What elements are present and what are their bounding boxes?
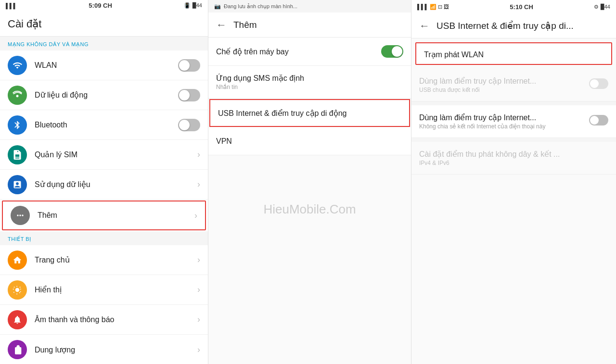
home-chevron: › [197,255,200,265]
wlan-header: Trạm phát WLAN [416,43,611,64]
camera-icon: 📷 [214,3,221,10]
bluetooth-icon [8,115,27,135]
middle-panel-title: Thêm [233,20,257,30]
usb-label: USB Internet & điểm truy cập di động [218,109,401,118]
right-battery-area: ⚙ ▉44 [594,4,610,10]
usb-internet-title: Dùng làm điểm truy cập Internet... [419,76,589,86]
right-time: 5:10 CH [510,3,533,11]
wlan-label: WLAN [35,61,178,70]
left-right-icons: 📳 ▉44 [184,2,202,9]
data-usage-chevron: › [197,179,200,189]
sms-sub: Nhắn tin [216,84,403,90]
menu-item-wlan[interactable]: WLAN [0,50,208,80]
right-cam-icon: 🖼 [444,4,449,10]
sim-icon [8,145,27,164]
right-extra-icon: ⊡ [438,4,442,10]
hotspot-sub: Không chia sẻ kết nối Internet của điện … [419,123,589,130]
vibrate-icon: 📳 [184,2,191,9]
divider-1 [411,101,616,105]
middle-item-sms[interactable]: Ứng dụng SMS mặc định Nhắn tin [208,66,411,99]
left-signal-icons: ▌▌▌ [6,3,17,9]
right-item-wifi-settings[interactable]: Cài đặt điểm thu phát không dây & kết ..… [411,142,616,175]
left-panel: ▌▌▌ 5:09 CH 📳 ▉44 Cài đặt MẠNG KHÔNG DÂY… [0,0,208,364]
menu-item-home[interactable]: Trang chủ › [0,245,208,275]
mobile-data-toggle[interactable] [178,89,200,101]
home-icon [8,251,27,270]
menu-item-more[interactable]: Thêm › [2,201,206,230]
middle-item-airplane[interactable]: Chế độ trên máy bay [208,38,411,66]
right-wlan-section: Trạm phát WLAN [415,42,612,65]
mobile-data-icon [8,86,27,105]
menu-item-mobile-data[interactable]: Dữ liệu di động [0,80,208,110]
menu-item-storage[interactable]: Dung lượng › [0,335,208,364]
wifi-settings-sub: IPv4 & IPv6 [419,160,608,166]
left-status-bar: ▌▌▌ 5:09 CH 📳 ▉44 [0,0,208,11]
sound-chevron: › [197,314,200,325]
right-signal-icons: ▌▌▌ 📶 ⊡ 🖼 [417,4,449,10]
data-usage-label: Sử dụng dữ liệu [35,180,197,189]
divider-2 [411,138,616,142]
right-item-usb-internet[interactable]: Dùng làm điểm truy cập Internet... USB c… [411,69,616,101]
bluetooth-label: Bluetooth [35,121,178,129]
right-item-hotspot[interactable]: Dùng làm điểm truy cập Internet... Không… [411,105,616,138]
sim-label: Quản lý SIM [35,150,197,159]
menu-item-sound[interactable]: Âm thanh và thông báo › [0,305,208,335]
vpn-label: VPN [216,137,403,146]
middle-panel: 📷 Đang lưu ảnh chụp màn hình... ← Thêm C… [208,0,411,364]
sim-chevron: › [197,150,200,160]
more-chevron: › [194,211,197,221]
home-label: Trang chủ [35,255,197,264]
notif-text: Đang lưu ảnh chụp màn hình... [224,3,297,10]
left-panel-title: Cài đặt [0,11,208,37]
airplane-label: Chế độ trên máy bay [216,47,381,56]
display-icon [8,280,27,300]
right-panel-title: USB Internet & điểm truy cập di... [436,20,574,31]
more-icon [11,206,30,225]
watermark: HieuMobile.Com [263,202,356,217]
hotspot-title: Dùng làm điểm truy cập Internet... [419,113,589,122]
middle-panel-header: ← Thêm [208,13,411,38]
storage-chevron: › [197,345,200,355]
sound-icon [8,310,27,329]
menu-item-display[interactable]: Hiển thị › [0,275,208,305]
middle-item-usb[interactable]: USB Internet & điểm truy cập di động [209,99,410,127]
section-label-device: THIẾT BỊ [0,231,208,245]
wlan-icon [8,56,27,75]
menu-item-bluetooth[interactable]: Bluetooth [0,110,208,140]
left-time: 5:09 CH [89,2,112,9]
right-wifi-icon: 📶 [430,4,436,10]
bluetooth-toggle[interactable] [178,119,200,131]
middle-back-arrow[interactable]: ← [216,19,227,31]
right-settings-icon: ⚙ [594,4,599,10]
airplane-toggle[interactable] [381,45,403,58]
storage-icon [8,340,27,359]
display-label: Hiển thị [35,285,197,294]
right-panel: ▌▌▌ 📶 ⊡ 🖼 5:10 CH ⚙ ▉44 ← USB Internet &… [411,0,616,364]
right-back-arrow[interactable]: ← [419,20,430,32]
wlan-toggle[interactable] [178,59,200,72]
menu-item-sim[interactable]: Quản lý SIM › [0,140,208,170]
middle-item-vpn[interactable]: VPN [208,127,411,155]
storage-label: Dung lượng [35,345,197,354]
section-label-network: MẠNG KHÔNG DÂY VÀ MẠNG [0,37,208,50]
signal-bars: ▌▌▌ [6,3,17,9]
data-usage-icon [8,175,27,194]
hotspot-toggle[interactable] [589,115,608,126]
usb-internet-toggle[interactable] [589,78,608,89]
right-battery-icon: ▉44 [601,4,610,10]
display-chevron: › [197,285,200,295]
right-signal: ▌▌▌ [417,4,428,10]
middle-notif-bar: 📷 Đang lưu ảnh chụp màn hình... [208,0,411,13]
menu-item-data-usage[interactable]: Sử dụng dữ liệu › [0,170,208,200]
right-panel-header: ← USB Internet & điểm truy cập di... [411,13,616,38]
wifi-settings-title: Cài đặt điểm thu phát không dây & kết ..… [419,150,608,159]
battery-icon: ▉44 [192,2,202,9]
sound-label: Âm thanh và thông báo [35,315,197,324]
sms-label: Ứng dụng SMS mặc định [216,74,403,83]
mobile-data-label: Dữ liệu di động [35,90,178,100]
usb-internet-sub: USB chưa được kết nối [419,87,589,93]
right-status-bar: ▌▌▌ 📶 ⊡ 🖼 5:10 CH ⚙ ▉44 [411,0,616,13]
more-label: Thêm [38,211,194,220]
